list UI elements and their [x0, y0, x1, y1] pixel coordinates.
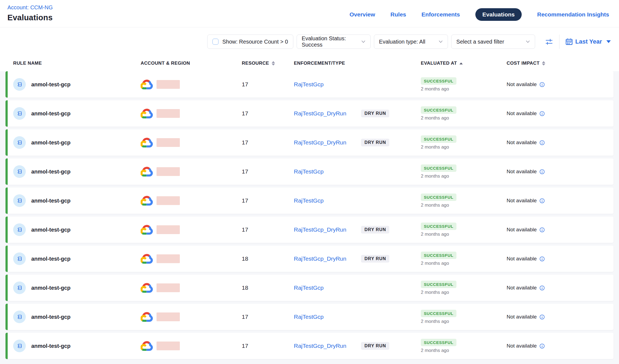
account-region-cell	[141, 283, 242, 293]
cost-impact-value: Not available	[507, 256, 537, 262]
resource-count: 18	[242, 255, 294, 262]
chevron-down-icon	[439, 40, 443, 43]
status-badge: SUCCESSFUL	[421, 310, 456, 317]
evaluation-status-dropdown[interactable]: Evaluation Status: Success	[297, 35, 371, 49]
info-icon[interactable]	[540, 82, 545, 87]
dry-run-badge: DRY RUN	[361, 255, 389, 263]
table-row[interactable]: </> anmol-test-gcp 17 RajTestGcp_DryRun …	[5, 100, 614, 127]
cost-impact-value: Not available	[507, 140, 537, 146]
gcp-cloud-icon	[141, 312, 153, 322]
enforcement-cell: RajTestGcp_DryRun DRY RUN	[294, 342, 421, 350]
sort-ascending-icon[interactable]	[459, 62, 463, 64]
rule-icon: </>	[13, 136, 26, 149]
sort-icon[interactable]	[272, 61, 275, 66]
rule-name-cell: </> anmol-test-gcp	[13, 223, 141, 236]
info-icon[interactable]	[540, 256, 545, 261]
table-row[interactable]: </> anmol-test-gcp 18 RajTestGcp_DryRun …	[5, 246, 614, 272]
cost-impact-cell: Not available	[507, 227, 614, 233]
gcp-cloud-icon	[141, 167, 153, 177]
svg-text:</>: </>	[18, 287, 22, 289]
rule-icon: </>	[13, 340, 26, 352]
enforcement-cell: RajTestGcp_DryRun DRY RUN	[294, 110, 421, 117]
row-status-accent-bar	[5, 129, 8, 156]
row-status-accent-bar	[5, 333, 8, 359]
status-badge: SUCCESSFUL	[421, 281, 456, 288]
row-status-accent-bar	[5, 187, 8, 214]
redacted-account-name	[157, 254, 180, 263]
account-region-cell	[141, 254, 242, 264]
evaluated-timestamp: 2 months ago	[421, 232, 449, 237]
evaluated-timestamp: 2 months ago	[421, 86, 449, 92]
enforcement-link[interactable]: RajTestGcp	[294, 81, 324, 88]
table-row[interactable]: </> anmol-test-gcp 17 RajTestGcp_DryRun …	[5, 217, 614, 243]
table-body: </> anmol-test-gcp 17 RajTestGcp	[0, 71, 619, 364]
divider	[559, 35, 560, 49]
redacted-account-name	[157, 225, 180, 234]
column-header-cost-impact[interactable]: Cost Impact	[507, 61, 619, 66]
info-icon[interactable]	[540, 198, 545, 203]
status-badge: SUCCESSFUL	[421, 77, 456, 85]
saved-filter-dropdown[interactable]: Select a saved filter	[451, 35, 535, 49]
enforcement-link[interactable]: RajTestGcp_DryRun	[294, 139, 346, 146]
sort-icon[interactable]	[542, 61, 545, 66]
redacted-account-name	[157, 109, 180, 118]
tab-recommendation-insights[interactable]: Recommendation Insights	[537, 11, 609, 18]
table-row[interactable]: </> anmol-test-gcp 17 RajTestGcp	[5, 304, 614, 330]
enforcement-link[interactable]: RajTestGcp	[294, 285, 324, 291]
info-icon[interactable]	[540, 140, 545, 145]
enforcement-link[interactable]: RajTestGcp_DryRun	[294, 226, 346, 233]
tab-overview[interactable]: Overview	[350, 11, 375, 18]
row-status-accent-bar	[5, 158, 8, 185]
enforcement-link[interactable]: RajTestGcp	[294, 314, 324, 320]
rule-name: anmol-test-gcp	[31, 314, 70, 320]
info-icon[interactable]	[540, 343, 545, 349]
account-breadcrumb[interactable]: Account: CCM-NG	[7, 4, 53, 11]
top-header: Account: CCM-NG Evaluations Overview Rul…	[0, 0, 619, 27]
evaluated-timestamp: 2 months ago	[421, 144, 449, 150]
table-row[interactable]: </> anmol-test-gcp 17 RajTestGcp	[5, 187, 614, 214]
info-icon[interactable]	[540, 227, 545, 232]
evaluated-at-cell: SUCCESSFUL 2 months ago	[421, 252, 507, 266]
enforcement-link[interactable]: RajTestGcp_DryRun	[294, 343, 346, 349]
enforcement-link[interactable]: RajTestGcp_DryRun	[294, 255, 346, 262]
gcp-cloud-icon	[141, 138, 153, 148]
table-row[interactable]: </> anmol-test-gcp 17 RajTestGcp_DryRun …	[5, 129, 614, 156]
enforcement-cell: RajTestGcp_DryRun DRY RUN	[294, 226, 421, 234]
evaluation-type-dropdown[interactable]: Evaluation type: All	[374, 35, 448, 49]
tab-rules[interactable]: Rules	[390, 11, 406, 18]
redacted-account-name	[157, 312, 180, 321]
evaluated-at-cell: SUCCESSFUL 2 months ago	[421, 194, 507, 208]
enforcement-link[interactable]: RajTestGcp	[294, 168, 324, 175]
column-header-resource[interactable]: Resource	[242, 61, 294, 66]
column-header-evaluated-at[interactable]: Evaluated At	[421, 61, 507, 66]
date-range-picker[interactable]: Last Year	[566, 38, 611, 45]
tab-evaluations[interactable]: Evaluations	[475, 8, 522, 21]
resource-count-filter[interactable]: Show: Resource Count > 0	[207, 35, 293, 49]
info-icon[interactable]	[540, 169, 545, 174]
cost-impact-cell: Not available	[507, 110, 614, 116]
resource-count-checkbox[interactable]	[212, 39, 218, 45]
info-icon[interactable]	[540, 314, 545, 320]
rule-name: anmol-test-gcp	[31, 285, 70, 291]
rule-name: anmol-test-gcp	[31, 110, 70, 117]
evaluated-at-cell: SUCCESSFUL 2 months ago	[421, 281, 507, 295]
table-row[interactable]: </> anmol-test-gcp 17 RajTestGcp_DryRun …	[5, 333, 614, 359]
enforcement-link[interactable]: RajTestGcp_DryRun	[294, 110, 346, 117]
enforcement-cell: RajTestGcp	[294, 197, 421, 204]
chevron-down-icon	[361, 40, 365, 43]
evaluated-at-cell: SUCCESSFUL 2 months ago	[421, 77, 507, 92]
svg-text:</>: </>	[18, 83, 22, 86]
rule-name: anmol-test-gcp	[31, 227, 70, 233]
table-row[interactable]: </> anmol-test-gcp 17 RajTestGcp	[5, 71, 614, 98]
filter-sliders-icon[interactable]	[545, 38, 553, 46]
info-icon[interactable]	[540, 285, 545, 291]
table-row[interactable]: </> anmol-test-gcp 17 RajTestGcp	[5, 158, 614, 185]
tab-enforcements[interactable]: Enforcements	[422, 11, 460, 18]
info-icon[interactable]	[540, 111, 545, 116]
enforcement-link[interactable]: RajTestGcp	[294, 197, 324, 204]
rule-name-cell: </> anmol-test-gcp	[13, 107, 141, 120]
table-row[interactable]: </> anmol-test-gcp 18 RajTestGcp	[5, 275, 614, 301]
cost-impact-value: Not available	[507, 169, 537, 175]
row-status-accent-bar	[5, 275, 8, 301]
svg-text:</>: </>	[18, 258, 22, 260]
